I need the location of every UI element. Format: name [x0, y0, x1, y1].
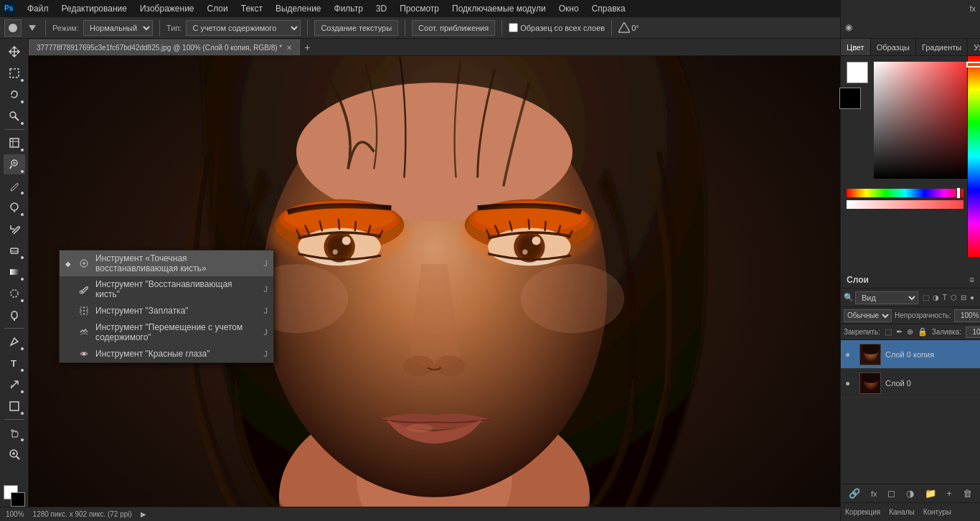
tab-paths[interactable]: Контуры	[919, 507, 956, 517]
layers-filter-toggle[interactable]: ●	[969, 293, 976, 302]
tab-swatches[interactable]: Образцы	[871, 39, 916, 55]
shape-tool[interactable]	[4, 396, 25, 416]
fill-input[interactable]	[966, 327, 980, 338]
layers-panel-expand[interactable]: ≡	[969, 275, 974, 285]
new-group-button[interactable]: 📁	[922, 487, 939, 500]
panel-icon-1[interactable]: ◉	[844, 21, 854, 34]
canvas[interactable]: ◆ Инструмент «Точечная восстанавливающая…	[29, 56, 840, 507]
blur-tool[interactable]	[4, 283, 25, 304]
tool-preset-picker[interactable]	[4, 19, 22, 37]
delete-layer-button[interactable]: 🗑	[960, 487, 975, 500]
flyout-item-spot-healing[interactable]: ◆ Инструмент «Точечная восстанавливающая…	[60, 250, 273, 276]
menu-filter[interactable]: Фильтр	[329, 2, 369, 15]
opacity-slider[interactable]	[847, 200, 963, 209]
menu-layers[interactable]: Слои	[202, 2, 234, 15]
history-brush-tool[interactable]	[4, 219, 25, 239]
menu-plugins[interactable]: Подключаемые модули	[446, 2, 552, 15]
add-layer-style-button[interactable]: fx	[868, 488, 880, 499]
tab-gradients[interactable]: Градиенты	[916, 39, 968, 55]
blend-mode-select[interactable]: Обычные	[844, 309, 892, 322]
svg-text:T: T	[11, 358, 17, 369]
tab-patterns[interactable]: Узоры	[968, 39, 980, 55]
lock-all-button[interactable]: 🔒	[918, 327, 928, 337]
svg-rect-19	[10, 269, 19, 275]
sample-all-checkbox[interactable]	[509, 23, 518, 32]
crop-tool[interactable]	[4, 133, 25, 153]
dodge-tool[interactable]	[4, 305, 25, 325]
layers-filter-shape[interactable]: ⬡	[949, 293, 958, 302]
angle-control[interactable]: 0°	[618, 22, 639, 34]
lock-pixels-button[interactable]: ⬚	[885, 327, 892, 337]
brush-tool[interactable]	[4, 176, 25, 196]
tab-channels[interactable]: Каналы	[885, 507, 919, 517]
svg-line-68	[82, 352, 83, 352]
layers-filter-type[interactable]: T	[941, 293, 948, 302]
tab-adjustment[interactable]: Коррекция	[841, 507, 885, 517]
menu-3d[interactable]: 3D	[370, 2, 392, 15]
document-tab[interactable]: 377778f78917695c3e1fc67bd42dd825.jpg @ 1…	[29, 39, 300, 55]
next-status-button[interactable]: ▶	[141, 510, 146, 518]
type-tool[interactable]: T	[4, 353, 25, 373]
new-layer-button[interactable]: +	[943, 487, 955, 500]
opacity-input[interactable]	[954, 309, 980, 322]
menu-select[interactable]: Выделение	[270, 2, 327, 15]
link-layers-button[interactable]: 🔗	[846, 487, 863, 500]
panel-fx-icon[interactable]: fx	[968, 3, 977, 14]
clone-stamp-tool[interactable]	[4, 197, 25, 217]
flyout-item-content-aware-move[interactable]: Инструмент "Перемещение с учетом содержи…	[60, 319, 273, 345]
select-tool[interactable]	[4, 63, 25, 83]
color-saturation-brightness[interactable]	[874, 62, 980, 179]
flyout-item-healing-brush[interactable]: Инструмент "Восстанавливающая кисть" J	[60, 276, 273, 302]
menu-view[interactable]: Просмотр	[394, 2, 445, 15]
menu-window[interactable]: Окно	[553, 2, 585, 15]
match-proximity-button[interactable]: Соот. приближения	[412, 20, 495, 36]
layer-visibility-0-copy[interactable]: ●	[845, 349, 855, 360]
lock-position-button[interactable]: ✒	[896, 327, 903, 337]
tool-preset-dropdown[interactable]	[26, 22, 39, 34]
foreground-background-colors[interactable]	[4, 485, 25, 507]
new-tab-button[interactable]: +	[300, 42, 314, 53]
menu-edit[interactable]: Редактирование	[56, 2, 133, 15]
menu-help[interactable]: Справка	[586, 2, 631, 15]
add-mask-button[interactable]: ◻	[885, 487, 898, 500]
flyout-item-red-eye[interactable]: Инструмент "Красные глаза" J	[60, 345, 273, 362]
image-dimensions: 1280 пикс. x 902 пикс. (72 ppi)	[33, 510, 132, 518]
layers-search-icon: 🔍	[844, 293, 854, 302]
mode-select[interactable]: Нормальный	[83, 20, 153, 36]
hue-slider[interactable]	[847, 189, 963, 197]
menu-text[interactable]: Текст	[235, 2, 268, 15]
bottom-panel-tabs: Коррекция Каналы Контуры	[841, 502, 980, 521]
svg-point-2	[9, 24, 17, 32]
toolbar-separator-2	[159, 20, 160, 36]
layer-visibility-0[interactable]: ●	[845, 378, 855, 388]
menu-image[interactable]: Изображение	[134, 2, 200, 15]
magic-wand-tool[interactable]	[4, 106, 25, 126]
layers-filter-smart[interactable]: ⊟	[959, 293, 968, 302]
hue-bar-vertical[interactable]	[967, 56, 980, 257]
layers-filter-pixel[interactable]: ⬚	[921, 293, 930, 302]
layers-filter-adjust[interactable]: ◑	[931, 293, 941, 302]
pen-tool[interactable]	[4, 332, 25, 352]
eraser-tool[interactable]	[4, 240, 25, 260]
flyout-item-patch[interactable]: Инструмент "Заплатка" J	[60, 302, 273, 319]
gradient-tool[interactable]	[4, 262, 25, 282]
zoom-tool[interactable]	[4, 444, 25, 464]
new-adjustment-button[interactable]: ◑	[903, 487, 917, 500]
healing-tool[interactable]	[4, 154, 25, 174]
move-tool[interactable]	[4, 42, 25, 62]
background-color-swatch[interactable]	[839, 88, 861, 109]
foreground-color-swatch[interactable]	[847, 62, 868, 83]
tab-color[interactable]: Цвет	[841, 39, 871, 55]
type-select[interactable]: С учетом содержимого	[186, 20, 301, 36]
menu-file[interactable]: Файл	[22, 2, 55, 15]
layers-filter-dropdown[interactable]: Вид	[855, 291, 918, 304]
create-texture-button[interactable]: Создание текстуры	[314, 20, 398, 36]
lock-artboard-button[interactable]: ⊕	[907, 327, 913, 337]
close-tab-button[interactable]: ✕	[286, 44, 292, 52]
lasso-tool[interactable]	[4, 85, 25, 105]
hand-tool[interactable]	[4, 423, 25, 443]
toolbar-separator	[45, 20, 46, 36]
path-select-tool[interactable]	[4, 375, 25, 395]
layer-item-0[interactable]: ● Слой	[841, 369, 980, 398]
layer-item-0-copy[interactable]: ● Слой	[841, 340, 980, 369]
